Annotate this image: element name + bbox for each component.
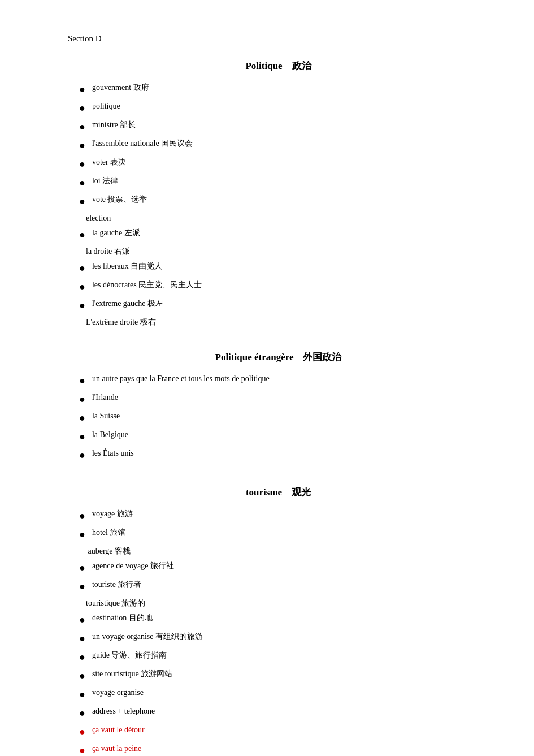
- list-item: ● voyage organise: [79, 686, 489, 702]
- politique-list-2: ● la gauche 左派: [68, 227, 489, 243]
- list-item: ● la gauche 左派: [79, 227, 489, 243]
- bullet-icon: ●: [79, 279, 85, 295]
- politique-list-3: ● les liberaux 自由党人 ● les dénocrates 民主党…: [68, 260, 489, 313]
- bullet-icon: ●: [79, 194, 85, 209]
- bullet-icon: ●: [79, 157, 85, 172]
- bullet-icon-red: ●: [79, 724, 85, 740]
- politique-etrangere-title: Politique étrangère 外国政治: [68, 351, 489, 364]
- tourisme-list-3: ● destination 目的地 ● un voyage organise 有…: [68, 612, 489, 756]
- list-item: ● voyage 旅游: [79, 508, 489, 524]
- bullet-icon: ●: [79, 631, 85, 646]
- bullet-icon: ●: [79, 560, 85, 576]
- politique-title-zh: 政治: [292, 61, 311, 71]
- list-item: ● la Suisse: [79, 410, 489, 426]
- list-item: ● un autre pays que la France et tous le…: [79, 373, 489, 388]
- bullet-icon: ●: [79, 527, 85, 542]
- list-item: ● vote 投票、选举: [79, 193, 489, 209]
- bullet-icon: ●: [79, 579, 85, 594]
- list-item: ● guide 导游、旅行指南: [79, 649, 489, 665]
- politique-section: Politique 政治 ● gouvenment 政府 ● politique…: [68, 59, 489, 328]
- tourisme-list-2: ● agence de voyage 旅行社 ● touriste 旅行者: [68, 560, 489, 594]
- list-item: ● voter 表决: [79, 156, 489, 172]
- bullet-icon: ●: [79, 429, 85, 444]
- bullet-icon: ●: [79, 612, 85, 628]
- bullet-icon: ●: [79, 175, 85, 191]
- list-item: ● l'Irlande: [79, 391, 489, 407]
- bullet-icon: ●: [79, 448, 85, 463]
- list-item: ● l'extreme gauche 极左: [79, 297, 489, 313]
- section-label: Section D: [68, 34, 489, 44]
- politique-etrangere-section: Politique étrangère 外国政治 ● un autre pays…: [68, 351, 489, 463]
- list-item: ● address + telephone: [79, 705, 489, 721]
- politique-title: Politique 政治: [68, 59, 489, 72]
- tourisme-list: ● voyage 旅游 ● hotel 旅馆: [68, 508, 489, 542]
- bullet-icon: ●: [79, 227, 85, 243]
- bullet-icon: ●: [79, 373, 85, 388]
- politique-etrangere-title-zh: 外国政治: [303, 352, 341, 362]
- tourisme-title: tourisme 观光: [68, 486, 489, 499]
- bullet-icon: ●: [79, 706, 85, 721]
- list-item: ● les liberaux 自由党人: [79, 260, 489, 276]
- list-item: ● politique: [79, 100, 489, 116]
- list-item: ● site touristique 旅游网站: [79, 668, 489, 684]
- bullet-icon: ●: [79, 668, 85, 684]
- bullet-icon: ●: [79, 298, 85, 313]
- list-item: ● hotel 旅馆: [79, 526, 489, 542]
- list-sub-item: auberge 客栈: [68, 545, 489, 557]
- list-item: ● agence de voyage 旅行社: [79, 560, 489, 576]
- list-sub-item: touristique 旅游的: [68, 597, 489, 609]
- politique-list: ● gouvenment 政府 ● politique ● ministre 部…: [68, 81, 489, 209]
- politique-title-fr: Politique: [245, 61, 282, 71]
- list-item: ● loi 法律: [79, 175, 489, 191]
- bullet-icon-red: ●: [79, 743, 85, 756]
- list-item: ● gouvenment 政府: [79, 81, 489, 97]
- list-item-red: ● ça vaut le détour: [79, 724, 489, 740]
- list-item: ● les dénocrates 民主党、民主人士: [79, 279, 489, 295]
- tourisme-title-zh: 观光: [292, 487, 311, 498]
- tourisme-title-fr: tourisme: [246, 487, 282, 498]
- list-item: ● touriste 旅行者: [79, 578, 489, 594]
- list-item-red: ● ça vaut la peine: [79, 742, 489, 756]
- bullet-icon: ●: [79, 508, 85, 524]
- politique-etrangere-title-fr: Politique étrangère: [215, 352, 294, 362]
- list-sub-item: la droite 右派: [68, 245, 489, 257]
- bullet-icon: ●: [79, 101, 85, 116]
- bullet-icon: ●: [79, 138, 85, 153]
- list-sub-item: L'extrême droite 极右: [68, 316, 489, 328]
- bullet-icon: ●: [79, 119, 85, 135]
- list-item: ● ministre 部长: [79, 119, 489, 135]
- list-sub-item: election: [68, 212, 489, 224]
- list-item: ● l'assemblee nationale 国民议会: [79, 137, 489, 153]
- list-item: ● destination 目的地: [79, 612, 489, 628]
- list-item: ● les États unis: [79, 447, 489, 463]
- bullet-icon: ●: [79, 261, 85, 276]
- list-item: ● un voyage organise 有组织的旅游: [79, 630, 489, 646]
- bullet-icon: ●: [79, 411, 85, 426]
- bullet-icon: ●: [79, 82, 85, 97]
- bullet-icon: ●: [79, 392, 85, 407]
- list-item: ● la Belgique: [79, 429, 489, 444]
- bullet-icon: ●: [79, 650, 85, 665]
- bullet-icon: ●: [79, 687, 85, 702]
- tourisme-section: tourisme 观光 ● voyage 旅游 ● hotel 旅馆 auber…: [68, 486, 489, 756]
- politique-etrangere-list: ● un autre pays que la France et tous le…: [68, 373, 489, 463]
